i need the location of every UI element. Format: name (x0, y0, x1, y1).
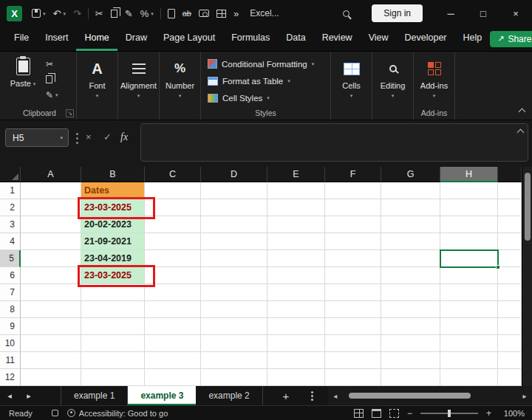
sheet-tab-example-2[interactable]: example 2 (196, 386, 262, 405)
row-header-2[interactable]: 2 (0, 199, 21, 216)
page-layout-view-icon[interactable] (372, 409, 381, 418)
cell-C10[interactable] (145, 335, 201, 352)
cell-filler5[interactable] (498, 250, 522, 267)
cell-A4[interactable] (21, 233, 81, 250)
zoom-level[interactable]: 100% (499, 409, 525, 418)
vertical-scroll-thumb[interactable] (525, 173, 531, 241)
cell-D7[interactable] (201, 284, 267, 301)
cell-C1[interactable] (145, 182, 201, 199)
cell-H3[interactable] (440, 216, 498, 233)
cell-H12[interactable] (440, 369, 498, 386)
new-sheet-button[interactable]: + (275, 386, 297, 405)
cell-H7[interactable] (440, 284, 498, 301)
strikethrough-button[interactable]: ab (179, 7, 195, 21)
cell-H8[interactable] (440, 301, 498, 318)
number-format-button-qat[interactable]: %▾ (137, 6, 157, 21)
search-button[interactable] (332, 7, 360, 20)
row-header-9[interactable]: 9 (0, 318, 21, 335)
cell-G12[interactable] (381, 369, 440, 386)
cell-C2[interactable] (145, 199, 201, 216)
cell-H6[interactable] (440, 267, 498, 284)
minimize-button[interactable]: ─ (434, 0, 467, 27)
format-painter-button[interactable]: ✎▾ (46, 90, 58, 100)
number-group-button[interactable]: % Number ▾ (160, 52, 201, 120)
cell-E11[interactable] (267, 352, 325, 369)
cell-A9[interactable] (21, 318, 81, 335)
format-painter-button-qat[interactable]: ✎ (121, 6, 137, 21)
cell-G4[interactable] (381, 233, 440, 250)
cell-C3[interactable] (145, 216, 201, 233)
expand-formula-bar-button[interactable] (518, 130, 523, 135)
row-header-5[interactable]: 5 (0, 250, 21, 267)
new-document-button[interactable] (164, 6, 179, 21)
cell-H4[interactable] (440, 233, 498, 250)
cell-F4[interactable] (325, 233, 381, 250)
cell-G10[interactable] (381, 335, 440, 352)
cell-F12[interactable] (325, 369, 381, 386)
cell-F2[interactable] (325, 199, 381, 216)
cell-B3[interactable]: 20-02-2023 (81, 216, 145, 233)
cell-E2[interactable] (267, 199, 325, 216)
cell-D8[interactable] (201, 301, 267, 318)
cell-A1[interactable] (21, 182, 81, 199)
cells-group-button[interactable]: Cells ▾ (331, 52, 372, 120)
cell-A10[interactable] (21, 335, 81, 352)
cell-filler6[interactable] (498, 267, 522, 284)
sign-in-button[interactable]: Sign in (372, 4, 423, 22)
name-box[interactable]: H5 ▾ (5, 128, 69, 147)
cell-B4[interactable]: 21-09-2021 (81, 233, 145, 250)
editing-group-button[interactable]: Editing ▾ (372, 52, 414, 120)
cell-D10[interactable] (201, 335, 267, 352)
cell-B12[interactable] (81, 369, 145, 386)
cell-C12[interactable] (145, 369, 201, 386)
paste-button[interactable]: Paste▾ (5, 58, 41, 88)
cell-filler11[interactable] (498, 352, 522, 369)
cell-B7[interactable] (81, 284, 145, 301)
cell-D6[interactable] (201, 267, 267, 284)
zoom-slider-thumb[interactable] (448, 410, 451, 417)
cell-D11[interactable] (201, 352, 267, 369)
cell-F5[interactable] (325, 250, 381, 267)
macro-record-icon[interactable] (52, 410, 58, 416)
cell-G1[interactable] (381, 182, 440, 199)
cell-F6[interactable] (325, 267, 381, 284)
zoom-out-button[interactable]: − (407, 408, 412, 419)
cell-A5[interactable] (21, 250, 81, 267)
cell-F11[interactable] (325, 352, 381, 369)
column-header-H[interactable]: H (440, 167, 498, 182)
cell-filler7[interactable] (498, 284, 522, 301)
collapse-ribbon-button[interactable] (519, 109, 525, 114)
zoom-in-button[interactable]: + (486, 408, 491, 419)
cell-C9[interactable] (145, 318, 201, 335)
row-header-3[interactable]: 3 (0, 216, 21, 233)
maximize-button[interactable]: □ (467, 0, 499, 27)
cell-G6[interactable] (381, 267, 440, 284)
cell-C11[interactable] (145, 352, 201, 369)
save-button[interactable]: ▾ (28, 6, 50, 21)
cell-filler12[interactable] (498, 369, 522, 386)
cell-G11[interactable] (381, 352, 440, 369)
alignment-group-button[interactable]: Alignment ▾ (118, 52, 160, 120)
share-button[interactable]: ↗ Share ▾ (490, 31, 532, 47)
column-header-A[interactable]: A (21, 167, 81, 182)
row-header-7[interactable]: 7 (0, 284, 21, 301)
page-break-view-icon[interactable] (389, 409, 399, 418)
cell-A11[interactable] (21, 352, 81, 369)
cell-E8[interactable] (267, 301, 325, 318)
cell-filler4[interactable] (498, 233, 522, 250)
cell-H10[interactable] (440, 335, 498, 352)
cell-E3[interactable] (267, 216, 325, 233)
row-header-10[interactable]: 10 (0, 335, 21, 352)
copy-button[interactable] (46, 75, 52, 84)
fill-handle[interactable] (496, 265, 500, 269)
cell-B8[interactable] (81, 301, 145, 318)
cell-C5[interactable] (145, 250, 201, 267)
vertical-scrollbar[interactable] (522, 167, 532, 386)
cell-E6[interactable] (267, 267, 325, 284)
accessibility-status[interactable]: Accessibility: Good to go (79, 409, 168, 418)
format-as-table-button[interactable]: Format as Table ▾ (201, 72, 330, 89)
cell-D4[interactable] (201, 233, 267, 250)
row-header-8[interactable]: 8 (0, 301, 21, 318)
cell-G7[interactable] (381, 284, 440, 301)
cell-D3[interactable] (201, 216, 267, 233)
